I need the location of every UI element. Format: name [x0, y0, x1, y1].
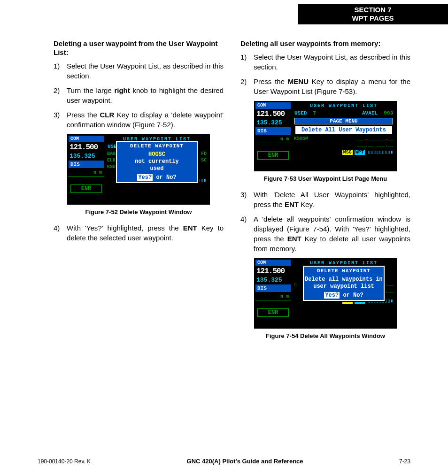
- yes-button[interactable]: Yes?: [137, 174, 153, 181]
- right-steps-b: 3)With 'Delete All User Waypoints' highl…: [240, 190, 410, 253]
- page-footer: 190-00140-20 Rev. K GNC 420(A) Pilot's G…: [38, 458, 410, 465]
- no-button[interactable]: No?: [166, 174, 177, 181]
- left-heading: Deleting a user waypoint from the User W…: [54, 39, 224, 57]
- left-steps-cont: 4)With 'Yes?' highlighted, press the ENT…: [54, 223, 224, 243]
- page-menu-title: PAGE MENU: [294, 118, 393, 124]
- com-label: COM: [68, 135, 104, 143]
- no-button[interactable]: No?: [353, 292, 363, 299]
- waypoint-name: HOGSC: [118, 151, 196, 158]
- step-2: 2)Turn the large right knob to highlight…: [54, 85, 224, 105]
- left-column: Deleting a user waypoint from the User W…: [54, 38, 224, 347]
- device-screenshot-52: COM 121.500 135.325 DIS n m ENR USER WAY…: [67, 134, 210, 205]
- step-1: 1)Select the User Waypoint List, as desc…: [54, 61, 224, 81]
- figure-52-caption: Figure 7-52 Delete Waypoint Window: [54, 208, 224, 215]
- enr-label: ENR: [70, 184, 102, 193]
- step-3: 3)Press the CLR Key to display a 'delete…: [54, 110, 224, 130]
- menu-item-delete-all[interactable]: Delete All User Waypoints: [294, 125, 393, 135]
- section-title: WPT PAGES: [317, 14, 429, 23]
- freq-standby: 135.325: [68, 152, 104, 160]
- figure-7-53: COM 121.500 135.325 DIS n m ENR USER WAY…: [240, 101, 410, 182]
- figure-7-54: COM 121.500 135.325 DIS n m ENR USER WAY…: [240, 258, 410, 339]
- page-columns: Deleting a user waypoint from the User W…: [54, 38, 410, 347]
- figure-54-caption: Figure 7-54 Delete All Waypoints Window: [240, 332, 410, 339]
- doc-title: GNC 420(A) Pilot's Guide and Reference: [187, 458, 303, 465]
- step-4: 4)With 'Yes?' highlighted, press the ENT…: [54, 223, 224, 243]
- right-heading: Deleting all user waypoints from memory:: [240, 39, 410, 48]
- figure-53-caption: Figure 7-53 User Waypoint List Page Menu: [240, 175, 410, 182]
- right-steps-a: 1)Select the User Waypoint List, as desc…: [240, 52, 410, 96]
- dis-label: DIS: [68, 160, 104, 169]
- page-number: 7-23: [399, 458, 410, 465]
- figure-7-52: COM 121.500 135.325 DIS n m ENR USER WAY…: [54, 134, 224, 215]
- delete-waypoint-popup: DELETE WAYPOINT HOGSC not currently used…: [116, 141, 198, 183]
- left-steps: 1)Select the User Waypoint List, as desc…: [54, 61, 224, 130]
- section-number: SECTION 7: [317, 6, 429, 14]
- doc-rev: 190-00140-20 Rev. K: [38, 458, 91, 465]
- device-screenshot-54: COM 121.500 135.325 DIS n m ENR USER WAY…: [254, 258, 397, 329]
- yes-button[interactable]: Yes?: [324, 292, 340, 299]
- delete-all-popup: DELETE WAYPOINT Delete all waypoints in …: [303, 266, 385, 301]
- device-screenshot-53: COM 121.500 135.325 DIS n m ENR USER WAY…: [254, 101, 397, 171]
- freq-active: 121.500: [68, 143, 104, 152]
- right-column: Deleting all user waypoints from memory:…: [240, 38, 410, 347]
- section-header: SECTION 7 WPT PAGES: [298, 4, 448, 24]
